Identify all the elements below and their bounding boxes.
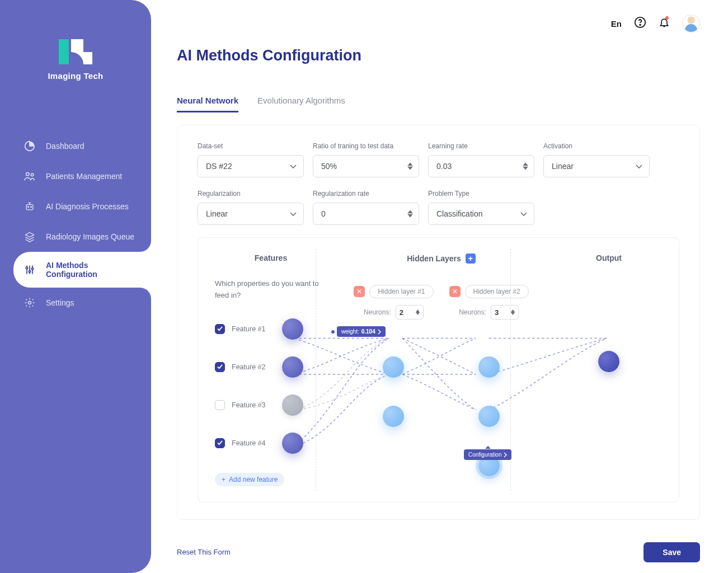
sidebar-item-label: Dashboard	[46, 142, 84, 151]
problem-type-select[interactable]: Classification	[428, 203, 534, 225]
column-title: Features	[215, 253, 327, 262]
help-icon[interactable]	[634, 16, 646, 31]
sidebar-item-label: Radiology Images Queue	[46, 232, 134, 241]
activation-select[interactable]: Linear	[543, 155, 650, 177]
field-regularization-rate: Regularization rate 0	[313, 190, 419, 225]
sidebar-item-label: Settings	[46, 298, 74, 307]
users-icon	[24, 170, 36, 182]
page-title: AI Methods Configuration	[177, 47, 700, 64]
configuration-tooltip[interactable]: Configuration	[464, 449, 511, 460]
neurons-stepper[interactable]: 2	[396, 305, 424, 320]
hidden-node[interactable]	[478, 356, 500, 378]
brand-name: Imaging Tech	[0, 71, 151, 81]
spinner-icon[interactable]	[523, 163, 528, 170]
svg-point-3	[28, 206, 29, 208]
spinner-icon[interactable]	[407, 210, 413, 218]
tab-neural-network[interactable]: Neural Network	[177, 96, 238, 112]
chevron-down-icon	[290, 162, 297, 171]
tab-evolutionary-algorithms[interactable]: Evolutionary Algorithms	[257, 96, 345, 112]
delete-layer-button[interactable]: ✕	[354, 286, 365, 297]
svg-point-4	[31, 206, 32, 208]
feature-row: Feature #3	[215, 394, 327, 416]
field-label: Data-set	[198, 142, 304, 150]
field-label: Ratio of traning to test data	[313, 142, 419, 150]
neurons-value: 2	[400, 308, 403, 317]
feature-label: Feature #2	[232, 363, 265, 371]
svg-rect-2	[26, 205, 33, 210]
field-learning-rate: Learning rate 0.03	[428, 142, 534, 177]
brand-logo	[59, 39, 92, 64]
column-title: Output	[596, 253, 622, 262]
field-ratio: Ratio of traning to test data 50%	[313, 142, 419, 177]
spinner-icon[interactable]	[407, 163, 413, 170]
svg-point-7	[31, 268, 33, 270]
sidebar-item-dashboard[interactable]: Dashboard	[0, 131, 151, 161]
layers-icon	[24, 231, 36, 243]
notification-dot	[665, 16, 669, 20]
plus-icon: +	[222, 476, 226, 483]
field-activation: Activation Linear	[543, 142, 650, 177]
field-value: 50%	[321, 162, 337, 171]
topbar: En	[177, 0, 700, 37]
neurons-stepper[interactable]: 3	[491, 305, 519, 320]
avatar[interactable]	[682, 15, 700, 32]
feature-label: Feature #4	[232, 439, 265, 447]
ratio-input[interactable]: 50%	[313, 155, 419, 177]
bell-icon[interactable]	[659, 16, 670, 31]
sidebar-item-label: Patients Management	[46, 172, 122, 181]
feature-label: Feature #3	[232, 401, 265, 409]
svg-point-5	[26, 267, 27, 269]
tooltip-label: Configuration	[468, 452, 501, 458]
field-label: Regularization	[198, 190, 304, 198]
svg-point-0	[26, 173, 30, 176]
main-content: En AI Methods Configuration Neural Netwo…	[151, 0, 728, 573]
sidebar: Imaging Tech Dashboard Patients Manageme…	[0, 0, 151, 573]
feature-row: Feature #4	[215, 433, 327, 454]
hidden-layers-column: Hidden Layers + ✕ Hidden layer #1 Neuron…	[327, 253, 556, 476]
feature-row: Feature #1	[215, 318, 327, 340]
feature-checkbox[interactable]	[215, 438, 225, 448]
field-dataset: Data-set DS #22	[198, 142, 304, 177]
field-value: 0.03	[436, 162, 452, 171]
learning-rate-input[interactable]: 0.03	[428, 155, 534, 177]
sidebar-item-ai-diagnosis[interactable]: AI Diagnosis Processes	[0, 191, 151, 222]
neurons-label: Neurons:	[459, 308, 486, 316]
sidebar-item-label: AI Diagnosis Processes	[46, 202, 129, 211]
feature-node	[282, 318, 303, 340]
feature-checkbox[interactable]	[215, 400, 225, 410]
weight-tooltip[interactable]: weight: 0.104	[337, 326, 386, 337]
sidebar-item-ai-methods[interactable]: AI Methods Configuration	[13, 252, 151, 288]
language-selector[interactable]: En	[611, 19, 622, 29]
feature-checkbox[interactable]	[215, 362, 225, 372]
add-feature-button[interactable]: + Add new feature	[215, 473, 284, 486]
save-button[interactable]: Save	[644, 542, 700, 562]
hidden-node[interactable]	[383, 356, 404, 378]
field-value: Classification	[436, 209, 482, 218]
robot-icon	[24, 200, 36, 213]
config-card: Data-set DS #22 Ratio of traning to test…	[177, 125, 700, 520]
svg-point-1	[31, 173, 34, 176]
feature-checkbox[interactable]	[215, 324, 225, 334]
field-label: Regularization rate	[313, 190, 419, 198]
reset-link[interactable]: Reset This Form	[177, 548, 231, 556]
field-label: Activation	[543, 142, 650, 150]
field-value: Linear	[552, 162, 574, 171]
svg-point-8	[29, 302, 31, 304]
hidden-layer-block: ✕ Hidden layer #1 Neurons: 2	[354, 285, 433, 476]
sidebar-item-patients[interactable]: Patients Management	[0, 161, 151, 191]
dataset-select[interactable]: DS #22	[198, 155, 304, 177]
sidebar-item-radiology-queue[interactable]: Radiology Images Queue	[0, 222, 151, 252]
hidden-node[interactable]	[383, 406, 404, 427]
sidebar-item-settings[interactable]: Settings	[0, 288, 151, 318]
delete-layer-button[interactable]: ✕	[449, 286, 461, 297]
regularization-select[interactable]: Linear	[198, 203, 304, 225]
hidden-node[interactable]	[478, 406, 500, 427]
svg-point-6	[29, 271, 30, 273]
neurons-value: 3	[495, 308, 499, 317]
sidebar-item-label: AI Methods Configuration	[46, 261, 138, 279]
chevron-down-icon	[520, 209, 527, 218]
add-hidden-layer-button[interactable]: +	[466, 253, 476, 264]
output-node	[598, 351, 619, 372]
regularization-rate-input[interactable]: 0	[313, 203, 419, 225]
field-label: Problem Type	[428, 190, 534, 198]
